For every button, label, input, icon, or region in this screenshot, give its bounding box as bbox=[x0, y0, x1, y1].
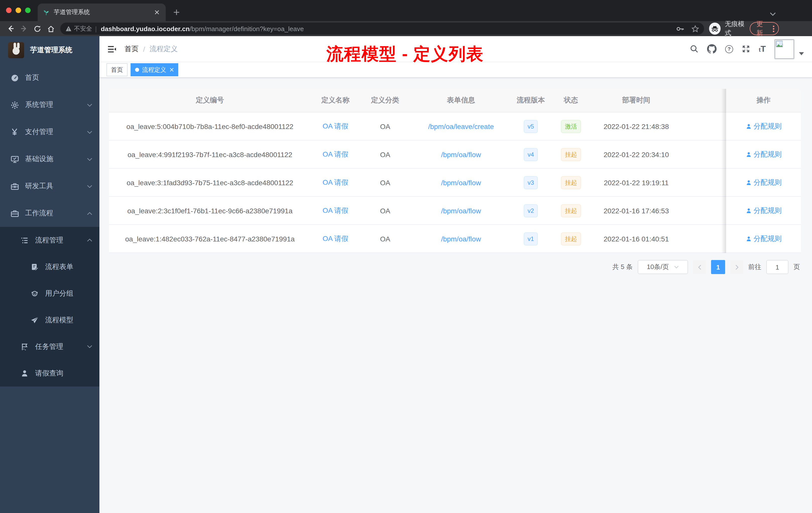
person-icon bbox=[20, 369, 29, 377]
breadcrumb-current: 流程定义 bbox=[150, 44, 178, 54]
zoom-window-button[interactable] bbox=[25, 7, 31, 13]
sidebar-item-infra[interactable]: 基础设施 bbox=[0, 146, 99, 173]
status-tag: 挂起 bbox=[561, 232, 581, 245]
deploy-time: 2022-01-16 01:40:51 bbox=[592, 235, 680, 243]
font-size-icon[interactable]: tT bbox=[759, 44, 766, 54]
yen-icon bbox=[10, 128, 19, 136]
annotation-title: 流程模型 - 定义列表 bbox=[326, 43, 484, 66]
forward-button[interactable] bbox=[18, 22, 30, 35]
sidebar-item-process-form[interactable]: 流程表单 bbox=[0, 253, 99, 280]
breadcrumb-home[interactable]: 首页 bbox=[124, 44, 139, 54]
page-number-1[interactable]: 1 bbox=[711, 260, 725, 274]
sidebar-menu: 首页 系统管理 支付管理 bbox=[0, 64, 99, 513]
definition-id: oa_leave:2:3c1f0ef1-76b1-11ec-9c66-a2380… bbox=[109, 207, 311, 215]
avatar[interactable] bbox=[774, 39, 794, 59]
form-link[interactable]: /bpm/oa/flow bbox=[441, 178, 481, 186]
form-link[interactable]: /bpm/oa/flow bbox=[441, 235, 481, 243]
close-window-button[interactable] bbox=[6, 7, 11, 13]
sidebar-item-label: 系统管理 bbox=[25, 100, 87, 110]
back-button[interactable] bbox=[4, 22, 17, 35]
definition-name-link[interactable]: OA 请假 bbox=[323, 234, 348, 242]
definition-category: OA bbox=[360, 150, 410, 158]
dashboard-icon bbox=[10, 73, 19, 82]
sidebar-logo[interactable]: 芋道管理系统 bbox=[0, 36, 99, 64]
version-tag: v4 bbox=[523, 148, 538, 161]
tab-search-caret-icon[interactable] bbox=[770, 12, 776, 16]
sidebar-item-process-model[interactable]: 流程模型 bbox=[0, 307, 99, 333]
definition-table: 定义编号 定义名称 定义分类 表单信息 流程版本 状态 部署时间 操作 oa_l… bbox=[109, 89, 801, 253]
incognito-badge: 无痕模式 bbox=[709, 20, 750, 38]
definition-id: oa_leave:1:482ec033-762a-11ec-8477-a2380… bbox=[109, 235, 311, 243]
search-icon[interactable] bbox=[690, 45, 698, 53]
sidebar-item-home[interactable]: 首页 bbox=[0, 64, 99, 91]
sidebar-item-leave-query[interactable]: 请假查询 bbox=[0, 360, 99, 387]
workflow-toolbox-icon bbox=[10, 209, 19, 218]
reload-button[interactable] bbox=[31, 22, 44, 35]
definition-name-link[interactable]: OA 请假 bbox=[323, 178, 348, 186]
security-label[interactable]: 不安全 bbox=[74, 24, 92, 33]
assign-rule-link[interactable]: 分配规则 bbox=[746, 122, 782, 131]
chevron-down-icon bbox=[87, 157, 92, 161]
chevron-down-icon bbox=[87, 184, 92, 188]
tab-close-icon[interactable] bbox=[153, 8, 161, 16]
assign-rule-link[interactable]: 分配规则 bbox=[746, 150, 782, 159]
sidebar-item-user-group[interactable]: 用户分组 bbox=[0, 280, 99, 307]
fullscreen-icon[interactable] bbox=[742, 45, 750, 53]
sidebar-item-system[interactable]: 系统管理 bbox=[0, 91, 99, 118]
security-warning-icon[interactable] bbox=[65, 26, 72, 32]
assign-rule-link[interactable]: 分配规则 bbox=[746, 206, 782, 215]
sidebar-item-payment[interactable]: 支付管理 bbox=[0, 118, 99, 146]
prev-page-button[interactable] bbox=[693, 260, 706, 274]
assign-rule-link[interactable]: 分配规则 bbox=[746, 234, 782, 243]
bookmark-star-icon[interactable] bbox=[692, 25, 699, 32]
tag-home[interactable]: 首页 bbox=[107, 63, 127, 76]
tag-process-definition[interactable]: 流程定义 bbox=[130, 63, 178, 76]
home-button[interactable] bbox=[45, 22, 57, 35]
sidebar-item-task-mgmt[interactable]: 任务管理 bbox=[0, 333, 99, 360]
url-bar[interactable]: 不安全 | dashboard.yudao.iocoder.cn/bpm/man… bbox=[60, 23, 704, 35]
minimize-window-button[interactable] bbox=[16, 7, 21, 13]
help-icon[interactable]: ? bbox=[725, 45, 733, 53]
sidebar: 芋道管理系统 首页 系统管理 bbox=[0, 36, 99, 513]
url-domain[interactable]: dashboard.yudao.iocoder.cn bbox=[101, 25, 190, 32]
form-link[interactable]: /bpm/oa/flow bbox=[441, 207, 481, 215]
tag-close-icon[interactable] bbox=[170, 68, 174, 72]
assign-rule-link[interactable]: 分配规则 bbox=[746, 178, 782, 187]
col-definition-id: 定义编号 bbox=[109, 96, 311, 105]
sidebar-collapse-icon[interactable] bbox=[108, 45, 116, 53]
browser-tab[interactable]: 芋道管理系统 bbox=[38, 3, 166, 21]
form-link[interactable]: /bpm/oa/flow bbox=[441, 150, 481, 158]
definition-name-link[interactable]: OA 请假 bbox=[323, 206, 348, 214]
definition-id: oa_leave:5:004b710b-7b8a-11ec-8ef0-acde4… bbox=[109, 122, 311, 130]
definition-name-link[interactable]: OA 请假 bbox=[323, 150, 348, 158]
screenshot-root: 芋道管理系统 不安全 | d bbox=[0, 0, 812, 513]
table-row: oa_leave:3:1fad3d93-7b75-11ec-a3c8-acde4… bbox=[109, 169, 801, 197]
page-content: 流程模型 - 定义列表 定义编号 定义名称 定义分类 表单信息 流程版本 状态 … bbox=[99, 78, 812, 513]
new-tab-button[interactable] bbox=[171, 6, 182, 18]
password-key-icon[interactable] bbox=[677, 26, 685, 31]
avatar-caret-icon[interactable] bbox=[799, 52, 804, 55]
toolbox-icon bbox=[10, 182, 19, 190]
table-header-row: 定义编号 定义名称 定义分类 表单信息 流程版本 状态 部署时间 操作 bbox=[109, 89, 801, 113]
task-flag-icon bbox=[20, 342, 29, 351]
sidebar-item-devtools[interactable]: 研发工具 bbox=[0, 173, 99, 200]
sidebar-item-workflow[interactable]: 工作流程 bbox=[0, 200, 99, 227]
kebab-menu-icon[interactable] bbox=[773, 25, 774, 32]
next-page-button[interactable] bbox=[730, 260, 743, 274]
page-size-select[interactable]: 10条/页 bbox=[638, 260, 688, 274]
sidebar-item-label: 流程管理 bbox=[35, 236, 87, 245]
update-menu-button[interactable]: 更新 bbox=[750, 22, 779, 35]
sidebar-item-process-mgmt[interactable]: 流程管理 bbox=[0, 227, 99, 253]
col-deploy-time: 部署时间 bbox=[592, 96, 680, 105]
workflow-submenu: 流程管理 流程表单 用户分组 bbox=[0, 227, 99, 387]
form-link[interactable]: /bpm/oa/leave/create bbox=[428, 122, 494, 130]
version-tag: v2 bbox=[523, 204, 538, 217]
url-path[interactable]: /bpm/manager/definition?key=oa_leave bbox=[190, 25, 304, 32]
sidebar-item-label: 流程表单 bbox=[45, 262, 92, 271]
deploy-time: 2022-01-22 20:34:10 bbox=[592, 150, 680, 158]
goto-page-input[interactable] bbox=[766, 260, 788, 274]
col-definition-name: 定义名称 bbox=[311, 96, 360, 105]
definition-name-link[interactable]: OA 请假 bbox=[323, 122, 348, 130]
table-row: oa_leave:5:004b710b-7b8a-11ec-8ef0-acde4… bbox=[109, 113, 801, 141]
github-icon[interactable] bbox=[707, 44, 717, 54]
